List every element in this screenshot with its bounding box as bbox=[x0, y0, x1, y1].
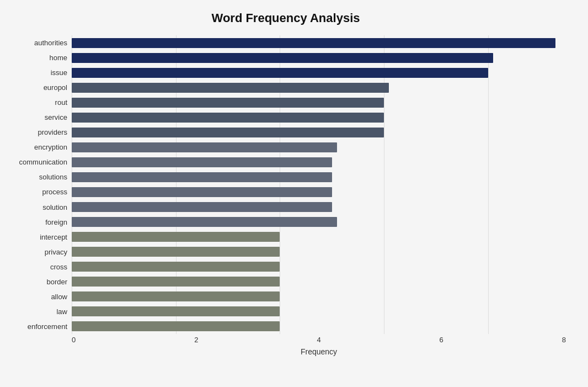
bar-row-service bbox=[72, 112, 566, 124]
bar-row-border bbox=[72, 275, 566, 288]
bar-row-privacy bbox=[72, 246, 566, 258]
y-axis-labels: authoritieshomeissueeuropolroutservicepr… bbox=[6, 35, 72, 334]
bar-row-home bbox=[72, 52, 566, 64]
x-axis: 02468 Frequency bbox=[72, 336, 566, 356]
y-label-allow: allow bbox=[51, 293, 67, 300]
bar-row-enforcement bbox=[72, 320, 566, 332]
y-label-law: law bbox=[56, 308, 67, 315]
bar-row-issue bbox=[72, 67, 566, 79]
bar-encryption bbox=[72, 142, 337, 152]
bar-row-communication bbox=[72, 156, 566, 168]
bar-privacy bbox=[72, 247, 280, 257]
bars-container bbox=[72, 35, 566, 334]
bar-row-process bbox=[72, 186, 566, 198]
y-label-process: process bbox=[42, 188, 67, 195]
y-label-communication: communication bbox=[19, 158, 67, 166]
bar-service bbox=[72, 113, 384, 123]
chart-area: authoritieshomeissueeuropolroutservicepr… bbox=[6, 35, 566, 334]
bar-rout bbox=[72, 98, 384, 108]
y-label-home: home bbox=[49, 54, 67, 61]
bar-cross bbox=[72, 262, 280, 272]
chart-container: Word Frequency Analysis authoritieshomei… bbox=[0, 0, 588, 387]
bar-row-law bbox=[72, 305, 566, 317]
bar-allow bbox=[72, 291, 280, 301]
x-tick-4: 4 bbox=[317, 336, 320, 344]
y-label-providers: providers bbox=[38, 129, 67, 136]
bar-row-providers bbox=[72, 126, 566, 139]
bar-row-rout bbox=[72, 97, 566, 109]
x-tick-6: 6 bbox=[440, 336, 443, 344]
bar-row-cross bbox=[72, 261, 566, 273]
y-label-cross: cross bbox=[50, 263, 67, 271]
bar-row-solutions bbox=[72, 171, 566, 183]
bar-row-solution bbox=[72, 201, 566, 213]
y-label-issue: issue bbox=[51, 69, 67, 76]
y-label-rout: rout bbox=[55, 99, 67, 106]
bars-and-grid: 02468 Frequency bbox=[72, 35, 566, 334]
x-ticks: 02468 bbox=[72, 336, 566, 344]
bar-foreign bbox=[72, 217, 337, 227]
bar-communication bbox=[72, 157, 332, 167]
x-tick-8: 8 bbox=[562, 336, 566, 344]
y-label-privacy: privacy bbox=[45, 248, 67, 256]
bar-authorities bbox=[72, 38, 555, 48]
y-label-europol: europol bbox=[44, 84, 67, 91]
y-label-encryption: encryption bbox=[34, 144, 67, 151]
bar-providers bbox=[72, 128, 384, 137]
bar-row-europol bbox=[72, 82, 566, 94]
y-label-intercept: intercept bbox=[40, 234, 67, 241]
bar-row-foreign bbox=[72, 216, 566, 228]
y-label-solutions: solutions bbox=[39, 173, 67, 181]
x-tick-2: 2 bbox=[194, 336, 198, 344]
x-axis-label: Frequency bbox=[301, 347, 337, 356]
y-label-border: border bbox=[46, 278, 67, 285]
bar-row-intercept bbox=[72, 231, 566, 243]
bar-europol bbox=[72, 83, 389, 93]
bar-issue bbox=[72, 68, 488, 78]
bar-row-authorities bbox=[72, 37, 566, 49]
bar-home bbox=[72, 53, 493, 63]
bar-border bbox=[72, 277, 280, 287]
y-label-enforcement: enforcement bbox=[28, 323, 67, 330]
chart-title: Word Frequency Analysis bbox=[6, 11, 566, 25]
bar-solutions bbox=[72, 172, 332, 182]
y-label-service: service bbox=[45, 114, 67, 121]
bar-row-allow bbox=[72, 290, 566, 303]
bar-solution bbox=[72, 202, 332, 212]
bar-intercept bbox=[72, 232, 280, 242]
bar-enforcement bbox=[72, 321, 280, 331]
y-label-solution: solution bbox=[42, 204, 67, 211]
bar-process bbox=[72, 187, 332, 197]
y-label-authorities: authorities bbox=[34, 39, 67, 46]
bar-law bbox=[72, 306, 280, 316]
bar-row-encryption bbox=[72, 141, 566, 153]
y-label-foreign: foreign bbox=[45, 219, 67, 226]
x-tick-0: 0 bbox=[72, 336, 76, 344]
